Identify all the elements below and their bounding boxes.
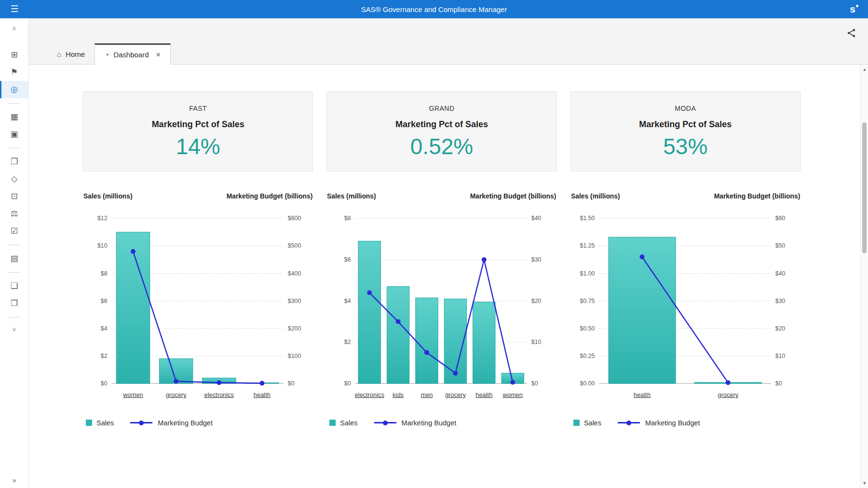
sidebar-divider (8, 148, 21, 148)
scroll-up-icon[interactable]: ▲ (861, 67, 868, 72)
budget-dot-icon (383, 421, 388, 425)
right-tick-label: $500 (288, 242, 301, 249)
sidebar-item-calendar-icon[interactable]: ▦ (0, 108, 29, 126)
scrollbar-thumb[interactable] (862, 122, 867, 253)
left-tick-label: $0 (344, 380, 351, 387)
kpi-row: FAST Marketing Pct of Sales 14% GRAND Ma… (83, 92, 800, 171)
sidebar-item-scales-icon[interactable]: ⚖ (0, 205, 29, 223)
legend-marketing-budget[interactable]: Marketing Budget (374, 419, 457, 427)
category-label-men[interactable]: men (421, 391, 433, 398)
sales-swatch-icon (573, 420, 580, 426)
tab-dashboard[interactable]: ◔ Dashboard × (95, 43, 171, 65)
budget-point-electronics[interactable] (367, 290, 372, 295)
sidebar-item-share-doc-icon[interactable]: ❐ (0, 153, 29, 171)
close-icon[interactable]: × (156, 51, 161, 59)
right-tick-label: $0 (775, 380, 782, 387)
chart-legend: SalesMarketing Budget (326, 419, 556, 427)
category-label-women[interactable]: women (122, 391, 143, 398)
right-tick-label: $50 (775, 242, 785, 249)
category-label-health[interactable]: health (476, 391, 493, 398)
left-tick-label: $1.00 (580, 270, 595, 277)
category-label-health[interactable]: health (634, 391, 651, 398)
left-tick-label: $0.00 (580, 380, 595, 387)
share-icon[interactable] (846, 28, 856, 38)
sidebar-divider (8, 245, 21, 245)
category-label-electronics[interactable]: electronics (355, 391, 384, 398)
category-label-electronics[interactable]: electronics (204, 391, 234, 398)
right-tick-label: $400 (288, 270, 301, 277)
budget-point-electronics[interactable] (217, 380, 221, 385)
bar-women[interactable] (116, 232, 150, 383)
chart-svg: Sales (millions)Marketing Budget (billio… (326, 189, 556, 405)
left-tick-label: $0.50 (580, 325, 595, 332)
sidebar-scroll-up-icon[interactable]: ∧ (0, 22, 29, 35)
kpi-value: 53% (576, 133, 795, 159)
legend-sales[interactable]: Sales (573, 419, 601, 427)
budget-point-health[interactable] (259, 381, 264, 385)
legend-sales[interactable]: Sales (329, 419, 357, 427)
sidebar-divider (8, 272, 21, 273)
category-label-kids[interactable]: kids (393, 391, 404, 398)
budget-point-grocery[interactable] (453, 371, 458, 376)
bar-kids[interactable] (387, 287, 409, 383)
bar-electronics[interactable] (358, 241, 380, 384)
category-label-grocery[interactable]: grocery (445, 391, 466, 398)
kpi-label: Marketing Pct of Sales (576, 119, 795, 130)
charts-row: Sales (millions)Marketing Budget (billio… (83, 189, 800, 427)
sidebar-item-box-icon[interactable]: ⊞ (0, 46, 29, 64)
sidebar-item-case-icon[interactable]: ▣ (0, 126, 29, 143)
scroll-down-icon[interactable]: ▼ (861, 481, 868, 486)
chart-legend: SalesMarketing Budget (83, 419, 313, 427)
budget-point-grocery[interactable] (174, 379, 178, 384)
category-label-health[interactable]: health (254, 391, 271, 398)
sidebar-item-checklist-icon[interactable]: ☑ (0, 223, 29, 240)
budget-point-women[interactable] (511, 380, 515, 385)
sidebar-divider (8, 317, 21, 317)
right-tick-label: $10 (531, 339, 542, 345)
legend-marketing-budget[interactable]: Marketing Budget (130, 419, 213, 427)
main-area: ⌂ Home ◔ Dashboard × FAST Marketing Pct … (29, 18, 868, 488)
sidebar-item-gauge-dashboard-icon[interactable]: ◎ (0, 81, 29, 98)
sidebar-item-doc-search-icon[interactable]: ❏ (0, 277, 29, 295)
left-tick-label: $0.25 (580, 353, 595, 359)
right-tick-label: $100 (288, 353, 301, 359)
sidebar-item-stack-icon[interactable]: ⊡ (0, 188, 29, 205)
budget-line (133, 251, 262, 383)
sidebar-scroll-down-icon[interactable]: ∨ (0, 323, 29, 336)
right-tick-label: $40 (775, 270, 785, 277)
legend-budget-label: Marketing Budget (645, 419, 700, 427)
category-label-grocery[interactable]: grocery (718, 391, 738, 398)
dashboard-content: FAST Marketing Pct of Sales 14% GRAND Ma… (29, 64, 868, 488)
sidebar-item-horn-icon[interactable]: ◇ (0, 171, 29, 188)
category-label-women[interactable]: women (502, 391, 523, 398)
budget-point-women[interactable] (131, 249, 136, 254)
menu-icon[interactable]: ☰ (0, 0, 29, 18)
sales-swatch-icon (329, 420, 336, 426)
sidebar-item-doc-gear-icon[interactable]: ❒ (0, 295, 29, 312)
sas-logo[interactable]: s (850, 3, 868, 15)
budget-point-kids[interactable] (396, 319, 401, 324)
kpi-card-grand: GRAND Marketing Pct of Sales 0.52% (326, 92, 556, 171)
left-tick-label: $4 (101, 325, 108, 332)
left-axis-title: Sales (millions) (83, 192, 133, 200)
scrollbar[interactable]: ▲ ▼ (860, 65, 868, 488)
budget-point-men[interactable] (424, 350, 429, 355)
sidebar-item-clipboard-icon[interactable]: ▤ (0, 250, 29, 267)
kpi-value: 0.52% (332, 133, 551, 159)
sidebar-icons: ⊞⚑◎▦▣❐◇⊡⚖☑▤❏❒ (0, 46, 29, 312)
sales-swatch-icon (86, 420, 92, 426)
sidebar-divider (8, 103, 21, 104)
right-axis-title: Marketing Budget (billions) (470, 192, 556, 200)
chart-fast: Sales (millions)Marketing Budget (billio… (83, 189, 313, 427)
category-label-grocery[interactable]: grocery (166, 391, 187, 398)
sidebar-expand-icon[interactable]: » (0, 476, 29, 484)
bar-health[interactable] (473, 302, 495, 383)
budget-point-health[interactable] (482, 257, 487, 262)
tab-home[interactable]: ⌂ Home (47, 44, 95, 64)
bar-men[interactable] (416, 298, 438, 383)
budget-point-grocery[interactable] (726, 380, 731, 385)
sidebar-item-flag-report-icon[interactable]: ⚑ (0, 64, 29, 81)
legend-marketing-budget[interactable]: Marketing Budget (618, 419, 700, 427)
legend-sales[interactable]: Sales (86, 419, 114, 427)
budget-point-health[interactable] (639, 254, 644, 259)
